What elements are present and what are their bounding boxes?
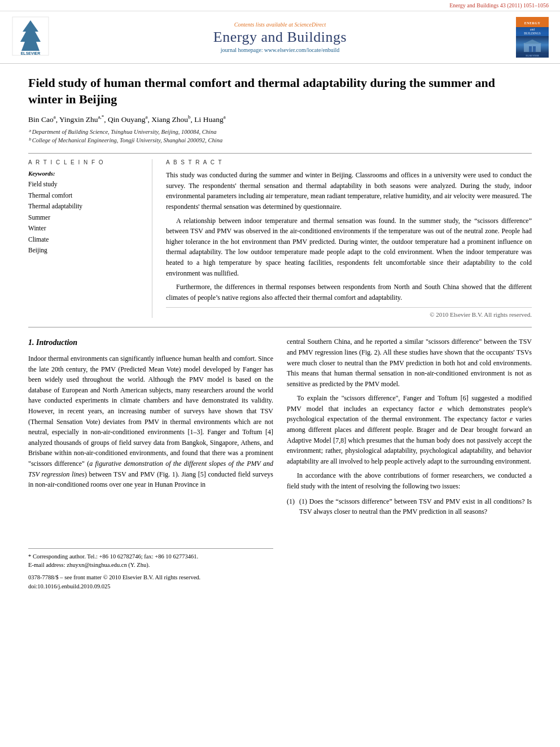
svg-rect-3: [524, 43, 541, 52]
journal-info-bar: Energy and Buildings 43 (2011) 1051–1056: [0, 0, 560, 11]
footnote-corresponding: * Corresponding author. Tel.: +86 10 627…: [28, 552, 273, 561]
copyright-line: © 2010 Elsevier B.V. All rights reserved…: [166, 307, 532, 318]
affiliations: ᵃ Department of Building Science, Tsingh…: [28, 128, 532, 146]
authors-line: Bin Caoa, Yingxin Zhua,*, Qin Ouyanga, X…: [28, 114, 532, 124]
homepage-url[interactable]: www.elsevier.com/locate/enbuild: [264, 47, 339, 53]
affiliation-b: ᵇ College of Mechanical Engineering, Ton…: [28, 136, 532, 145]
abstract-para-0: This study was conducted during the summ…: [166, 170, 532, 212]
section-divider: [28, 327, 532, 327]
keyword-0: Field study: [28, 179, 143, 190]
body-col-left: 1. Introduction Indoor thermal environme…: [28, 337, 273, 591]
journal-homepage: journal homepage: www.elsevier.com/locat…: [51, 47, 509, 53]
keyword-3: Summer: [28, 212, 143, 224]
svg-marker-4: [523, 40, 542, 44]
abstract-para-1: A relationship between indoor temperatur…: [166, 216, 532, 279]
article-title: Field study of human thermal comfort and…: [28, 75, 532, 107]
keyword-1: Thermal comfort: [28, 190, 143, 202]
article-info-left: A R T I C L E I N F O Keywords: Field st…: [28, 159, 152, 318]
journal-cover-image: ENERGY andBUILDINGS ELSEVIER: [509, 17, 549, 58]
section1-heading: 1. Introduction: [28, 337, 273, 349]
footnote-doi: doi:10.1016/j.enbuild.2010.09.025: [28, 582, 273, 591]
footnote-email: E-mail address: zhuyxn@tsinghua.edu.cn (…: [28, 561, 273, 570]
footnote-area: * Corresponding author. Tel.: +86 10 627…: [28, 548, 273, 591]
keyword-2: Thermal adaptability: [28, 201, 143, 212]
sciencedirect-name[interactable]: ScienceDirect: [294, 21, 326, 28]
journal-header: ELSEVIER Contents lists available at Sci…: [0, 11, 560, 64]
affiliation-a: ᵃ Department of Building Science, Tsingh…: [28, 128, 532, 137]
intro-para-2: central Southern China, and he reported …: [287, 337, 532, 389]
elsevier-logo: ELSEVIER: [11, 16, 51, 59]
intro-para-4: In accordance with the above contributio…: [287, 470, 532, 491]
svg-rect-5: [529, 46, 532, 52]
intro-para-3: To explain the "scissors difference", Fa…: [287, 393, 532, 466]
abstract-section: A B S T R A C T This study was conducted…: [166, 159, 532, 318]
svg-text:ELSEVIER: ELSEVIER: [21, 51, 41, 55]
abstract-text: This study was conducted during the summ…: [166, 170, 532, 303]
intro-para-1: Indoor thermal environments can signific…: [28, 353, 273, 490]
numbered-list: (1) (1) Does the “scissors difference” b…: [287, 496, 532, 517]
sciencedirect-link: Contents lists available at ScienceDirec…: [51, 21, 509, 28]
keywords-label: Keywords:: [28, 170, 143, 177]
footnote-issn: 0378-7788/$ – see front matter © 2010 El…: [28, 573, 273, 582]
list-item-1: (1) (1) Does the “scissors difference” b…: [287, 496, 532, 517]
article-info-section: A R T I C L E I N F O Keywords: Field st…: [28, 153, 532, 318]
body-columns: 1. Introduction Indoor thermal environme…: [28, 337, 532, 591]
keyword-4: Winter: [28, 223, 143, 234]
article-info-label: A R T I C L E I N F O: [28, 159, 143, 165]
abstract-para-2: Furthermore, the differences in thermal …: [166, 282, 532, 303]
journal-citation: Energy and Buildings 43 (2011) 1051–1056: [449, 2, 549, 8]
svg-rect-6: [533, 46, 536, 52]
abstract-label: A B S T R A C T: [166, 159, 532, 165]
journal-center: Contents lists available at ScienceDirec…: [51, 21, 509, 53]
journal-title: Energy and Buildings: [51, 29, 509, 46]
body-col-right: central Southern China, and he reported …: [287, 337, 532, 591]
keyword-6: Beijing: [28, 245, 143, 256]
keyword-5: Climate: [28, 234, 143, 246]
keywords-list: Field study Thermal comfort Thermal adap…: [28, 179, 143, 256]
main-content: Field study of human thermal comfort and…: [0, 64, 560, 602]
